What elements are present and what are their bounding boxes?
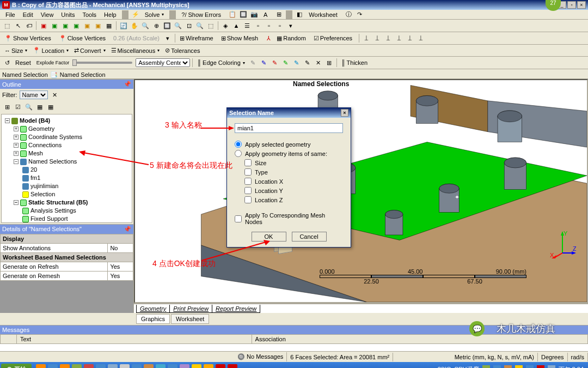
anno-icon[interactable]: ✎ bbox=[303, 58, 313, 68]
rotate-icon[interactable]: 🔄 bbox=[119, 21, 128, 31]
start-button[interactable]: ◉ 开始 bbox=[1, 364, 32, 369]
node-icon[interactable]: ▣ bbox=[82, 21, 92, 31]
3d-viewport[interactable]: Named Selections bbox=[134, 79, 588, 303]
menu-help[interactable]: Help bbox=[101, 10, 120, 19]
tree-mesh[interactable]: Mesh bbox=[28, 149, 43, 158]
axis-icon[interactable]: ⅄ bbox=[264, 33, 273, 43]
mesh-icon[interactable]: ⊞ bbox=[324, 58, 334, 68]
worksheet-icon[interactable]: ◧ bbox=[295, 10, 304, 20]
menu-edit[interactable]: Edit bbox=[20, 10, 36, 19]
tray-icon[interactable] bbox=[482, 365, 490, 368]
axis-yz-icon[interactable]: ⟘ bbox=[405, 33, 415, 43]
menu-tools[interactable]: Tools bbox=[79, 10, 100, 19]
axis-x-icon[interactable]: ⟘ bbox=[362, 33, 371, 43]
task-icon[interactable] bbox=[60, 364, 70, 368]
scale-dd[interactable]: ▾ bbox=[163, 33, 173, 43]
view-list-icon[interactable]: ☰ bbox=[242, 21, 252, 31]
toolbar-icon[interactable]: ⊞ bbox=[274, 10, 284, 20]
preferences-button[interactable]: ☑Preferences bbox=[311, 34, 357, 43]
locz-checkbox[interactable] bbox=[244, 196, 252, 203]
dialog-close-icon[interactable]: × bbox=[341, 109, 348, 117]
zoom-icon[interactable]: 🔍 bbox=[140, 21, 150, 31]
axis-xz-icon[interactable]: ⟘ bbox=[416, 33, 426, 43]
solve-button[interactable]: Solve bbox=[142, 10, 168, 19]
tab-graphics[interactable]: Graphics bbox=[136, 314, 170, 324]
type-checkbox[interactable] bbox=[244, 168, 252, 176]
tree-icon[interactable]: ⊞ bbox=[2, 102, 12, 112]
close-button[interactable]: × bbox=[577, 1, 586, 9]
random-button[interactable]: ▦Random bbox=[274, 34, 310, 43]
tray-icon[interactable] bbox=[537, 365, 544, 368]
task-icon[interactable] bbox=[144, 364, 154, 368]
locy-checkbox[interactable] bbox=[244, 187, 252, 194]
wireframe-button[interactable]: ⊞Wireframe bbox=[177, 34, 218, 43]
toolbar-icon[interactable]: 🔲 bbox=[238, 10, 248, 20]
task-icon[interactable] bbox=[84, 364, 94, 368]
task-icon[interactable] bbox=[36, 364, 46, 368]
show-mesh-button[interactable]: ⊞Show Mesh bbox=[219, 34, 262, 43]
tree-static[interactable]: Static Structural (B5) bbox=[28, 198, 88, 207]
menu-units[interactable]: Units bbox=[58, 10, 78, 19]
view-dd-icon[interactable]: ▾ bbox=[286, 21, 296, 31]
zoomfit-icon[interactable]: ⊕ bbox=[151, 21, 161, 31]
task-icon[interactable] bbox=[228, 364, 237, 368]
locx-checkbox[interactable] bbox=[244, 178, 252, 185]
tag-icon[interactable]: 🏷 bbox=[24, 21, 34, 31]
reset-icon[interactable]: ↺ bbox=[2, 58, 12, 68]
edge-coloring-dropdown[interactable]: ║Edge Coloring bbox=[195, 58, 247, 67]
task-icon[interactable] bbox=[192, 364, 201, 368]
explode-slider[interactable] bbox=[72, 62, 132, 64]
face-icon[interactable]: ▣ bbox=[60, 21, 70, 31]
tree-ns-selection[interactable]: Selection bbox=[30, 190, 55, 198]
convert-dropdown[interactable]: ⇄Convert bbox=[72, 46, 108, 55]
task-icon[interactable] bbox=[72, 364, 82, 368]
tray-icon[interactable] bbox=[548, 365, 555, 368]
zoom-box-icon[interactable]: 🔲 bbox=[162, 21, 172, 31]
toolbar-icon[interactable]: ⓘ bbox=[344, 10, 354, 20]
task-icon[interactable] bbox=[156, 364, 166, 368]
select-icon[interactable]: ⬚ bbox=[2, 21, 12, 31]
view-top-icon[interactable]: ▲ bbox=[231, 21, 241, 31]
reset-button[interactable]: Reset bbox=[13, 58, 35, 67]
tree-icon[interactable]: 🔍 bbox=[24, 102, 34, 112]
named-sel-icon[interactable]: 📑 bbox=[49, 70, 59, 80]
coord-icon[interactable]: ▦ bbox=[104, 21, 114, 31]
edge1-icon[interactable]: ✎ bbox=[248, 58, 258, 68]
tray-icon[interactable] bbox=[526, 365, 534, 368]
element-icon[interactable]: ▣ bbox=[93, 21, 103, 31]
axis-z-icon[interactable]: ⟘ bbox=[383, 33, 393, 43]
task-icon[interactable] bbox=[96, 364, 106, 368]
edge2-icon[interactable]: ✎ bbox=[259, 58, 269, 68]
iso-icon[interactable]: ⬚ bbox=[206, 21, 216, 31]
axis-y-icon[interactable]: ⟘ bbox=[372, 33, 382, 43]
tree-model[interactable]: Model (B4) bbox=[20, 117, 50, 125]
apply-mesh-checkbox[interactable] bbox=[235, 215, 242, 222]
size-checkbox[interactable] bbox=[244, 159, 252, 166]
show-errors-button[interactable]: ?/ Show Errors bbox=[178, 10, 226, 19]
toolbar-icon[interactable]: ⚡ bbox=[131, 10, 140, 20]
vertex-icon[interactable]: ▣ bbox=[39, 21, 48, 31]
gen-remesh-value[interactable]: Yes bbox=[108, 271, 133, 280]
tree-icon[interactable]: ▦ bbox=[46, 102, 56, 112]
edge4-icon[interactable]: ✎ bbox=[281, 58, 291, 68]
tree-ns-fm1[interactable]: fm1 bbox=[30, 174, 40, 182]
cancel-button[interactable]: Cancel bbox=[292, 232, 327, 242]
maximize-button[interactable]: ▫ bbox=[567, 1, 576, 9]
axis-xy-icon[interactable]: ⟘ bbox=[394, 33, 404, 43]
task-icon[interactable] bbox=[216, 364, 225, 368]
toolbar-icon[interactable]: 📋 bbox=[228, 10, 237, 20]
tray-icon[interactable] bbox=[515, 365, 523, 368]
task-icon[interactable] bbox=[180, 364, 189, 368]
size-dropdown[interactable]: ↔Size bbox=[2, 46, 29, 55]
tree-ns-20[interactable]: 20 bbox=[30, 166, 37, 174]
show-vertices-button[interactable]: 📍Show Vertices bbox=[2, 34, 56, 43]
edge-icon[interactable]: ▣ bbox=[50, 21, 59, 31]
tab-worksheet[interactable]: Worksheet bbox=[171, 314, 209, 324]
location-dropdown[interactable]: 📍Location bbox=[30, 46, 71, 55]
thicken-button[interactable]: ║Thicken bbox=[339, 58, 372, 67]
menu-view[interactable]: View bbox=[38, 10, 57, 19]
show-anno-value[interactable]: No bbox=[108, 243, 133, 252]
tab-print-preview[interactable]: Print Preview bbox=[169, 305, 212, 313]
tolerances-button[interactable]: ⊘Tolerances bbox=[163, 46, 204, 55]
tab-report-preview[interactable]: Report Preview bbox=[212, 305, 260, 313]
